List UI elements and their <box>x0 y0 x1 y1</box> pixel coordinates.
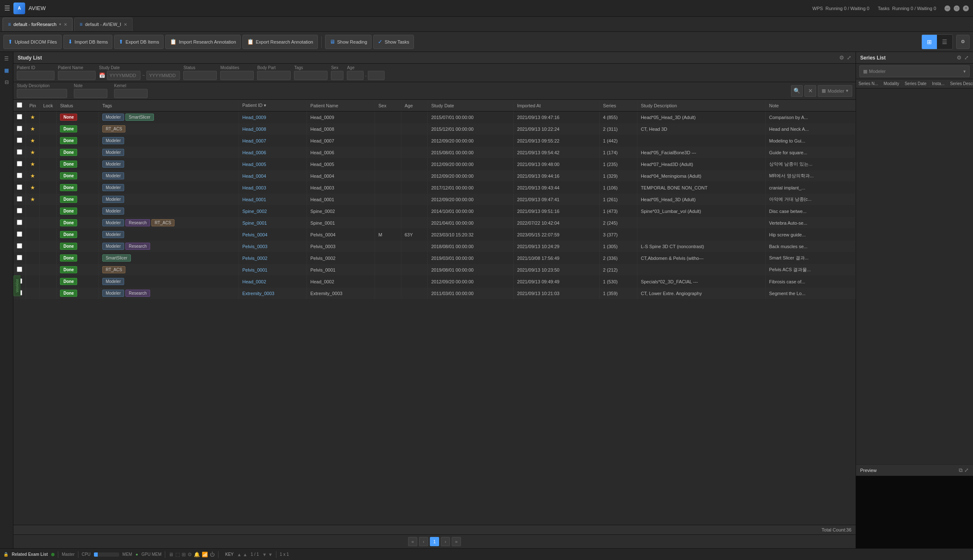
modeler-dropdown[interactable]: ▦ Modeler ▾ <box>818 85 852 97</box>
row-checkbox[interactable] <box>17 255 22 260</box>
close-button[interactable]: ✕ <box>963 5 969 11</box>
table-row[interactable]: Done SmartSlicer Pelvis_0002 Pelvis_0002… <box>13 252 856 264</box>
tab-close-2[interactable]: ✕ <box>124 22 127 27</box>
table-row[interactable]: ★ Done Modeler Head_0005 Head_0005 2012/… <box>13 158 856 170</box>
sidebar-icon-nav[interactable]: ☰ <box>2 54 12 64</box>
tab-for-research[interactable]: ≡ default - forResearch ▾ ✕ <box>3 18 73 31</box>
table-row[interactable]: Done Modeler Head_0002 Head_0002 2012/09… <box>13 276 856 288</box>
row-checkbox[interactable] <box>17 149 22 155</box>
patient-id-input[interactable] <box>17 71 55 80</box>
settings2-icon[interactable]: ⚙ <box>187 552 192 557</box>
menu-icon[interactable]: ☰ <box>4 4 10 12</box>
show-tasks-button[interactable]: ✓ Show Tasks <box>373 35 414 49</box>
row-checkbox[interactable] <box>17 114 22 119</box>
row-checkbox[interactable] <box>17 208 22 213</box>
table-row[interactable]: Done RT_ACS Pelvis_0001 Pelvis_0001 2019… <box>13 264 856 276</box>
pin-star-icon[interactable]: ★ <box>30 184 35 191</box>
row-checkbox-cell[interactable] <box>13 229 26 241</box>
preview-copy-icon[interactable]: ⧉ <box>959 467 963 474</box>
export-research-button[interactable]: 📋 Export Research Annotation <box>242 35 318 49</box>
table-row[interactable]: Done ModelerResearch Extremity_0003 Extr… <box>13 288 856 299</box>
table-row[interactable]: Done Modeler Spine_0002 Spine_0002 2014/… <box>13 205 856 217</box>
select-all-checkbox[interactable] <box>17 102 22 108</box>
row-checkbox[interactable] <box>17 267 22 272</box>
minimize-button[interactable]: — <box>944 5 950 11</box>
col-sex[interactable]: Sex <box>375 100 401 111</box>
row-checkbox-cell[interactable] <box>13 147 26 158</box>
row-checkbox[interactable] <box>17 184 22 190</box>
row-checkbox-cell[interactable] <box>13 170 26 182</box>
col-note[interactable]: Note <box>765 100 855 111</box>
pin-star-icon[interactable]: ★ <box>30 161 35 167</box>
col-checkbox[interactable] <box>13 100 26 111</box>
status-select[interactable] <box>183 71 217 80</box>
tab-dropdown-1[interactable]: ▾ <box>59 22 61 26</box>
import-research-button[interactable]: 📋 Import Research Annotation <box>165 35 240 49</box>
series-col-instances[interactable]: Insta... <box>929 79 947 88</box>
series-col-modality[interactable]: Modality <box>881 79 902 88</box>
page-prev-button[interactable]: ‹ <box>419 537 428 546</box>
row-checkbox[interactable] <box>17 196 22 202</box>
table-row[interactable]: ★ Done Modeler Head_0006 Head_0006 2015/… <box>13 147 856 158</box>
page-last-button[interactable]: » <box>452 537 461 546</box>
series-modeler-dropdown[interactable]: ▦ Modeler ▾ <box>859 65 970 77</box>
col-study-desc[interactable]: Study Description <box>637 100 765 111</box>
pin-star-icon[interactable]: ★ <box>30 149 35 156</box>
row-checkbox[interactable] <box>17 173 22 178</box>
pin-star-icon[interactable]: ★ <box>30 114 35 120</box>
row-checkbox-cell[interactable] <box>13 135 26 147</box>
row-checkbox-cell[interactable] <box>13 194 26 205</box>
row-checkbox[interactable] <box>17 231 22 237</box>
table-row[interactable]: ★ Done RT_ACS Head_0008 Head_0008 2015/1… <box>13 123 856 135</box>
upload-dicom-button[interactable]: ⬆ Upload DICOM Files <box>3 35 62 49</box>
series-col-num[interactable]: Series N... <box>856 79 881 88</box>
show-reading-button[interactable]: 🖥 Show Reading <box>325 35 372 49</box>
table-row[interactable]: Done ModelerResearchRT_ACS Spine_0001 Sp… <box>13 217 856 229</box>
key-down-icon[interactable]: ▼ <box>262 552 267 557</box>
row-checkbox-cell[interactable] <box>13 123 26 135</box>
maximize-button[interactable]: □ <box>954 5 960 11</box>
page-next-button[interactable]: › <box>441 537 450 546</box>
table-row[interactable]: Done Modeler Pelvis_0004 Pelvis_0004 M 6… <box>13 229 856 241</box>
study-list-settings-icon[interactable]: ⚙ <box>839 54 844 61</box>
series-col-desc[interactable]: Series Descripti... <box>947 79 973 88</box>
table-row[interactable]: ★ Done Modeler Head_0003 Head_0003 2017/… <box>13 182 856 194</box>
patient-name-input[interactable] <box>58 71 96 80</box>
col-study-date[interactable]: Study Date <box>428 100 514 111</box>
row-checkbox-cell[interactable] <box>13 241 26 252</box>
table-row[interactable]: Done ModelerResearch Pelvis_0003 Pelvis_… <box>13 241 856 252</box>
study-list-expand-icon[interactable]: ⤢ <box>847 54 851 61</box>
row-checkbox-cell[interactable] <box>13 182 26 194</box>
age-to-input[interactable] <box>368 71 385 80</box>
key-up2-icon[interactable]: ▲ <box>243 552 247 557</box>
col-patient-id[interactable]: Patient ID ▾ <box>239 100 307 111</box>
col-series[interactable]: Series <box>599 100 637 111</box>
series-list-settings-icon[interactable]: ⚙ <box>957 54 962 61</box>
sidebar-icon-list[interactable]: ▦ <box>2 65 12 75</box>
related-exam-lock-icon[interactable]: 🔒 <box>3 552 8 557</box>
row-checkbox-cell[interactable] <box>13 111 26 123</box>
sidebar-icon-grid[interactable]: ⊟ <box>2 77 12 87</box>
col-status[interactable]: Status <box>57 100 99 111</box>
date-to-input[interactable] <box>146 71 180 80</box>
key-up-icon[interactable]: ▲ <box>237 552 242 557</box>
tags-select[interactable] <box>294 71 328 80</box>
study-desc-input[interactable] <box>17 89 67 98</box>
table-row[interactable]: ★ Done Modeler Head_0007 Head_0007 2012/… <box>13 135 856 147</box>
row-checkbox[interactable] <box>17 243 22 249</box>
preview-expand-icon[interactable]: ⤢ <box>964 467 969 474</box>
kernel-input[interactable] <box>114 89 148 98</box>
pin-star-icon[interactable]: ★ <box>30 137 35 144</box>
row-checkbox[interactable] <box>17 220 22 225</box>
export-db-button[interactable]: ⬆ Export DB Items <box>114 35 164 49</box>
note-input[interactable] <box>74 89 107 98</box>
sex-input[interactable] <box>331 71 343 80</box>
tab-aview-i[interactable]: ≡ default - AVIEW_I ✕ <box>74 18 133 31</box>
worklist-tab[interactable]: Worklist <box>13 275 21 296</box>
row-checkbox[interactable] <box>17 126 22 131</box>
pin-star-icon[interactable]: ★ <box>30 196 35 202</box>
search-button[interactable]: 🔍 <box>791 85 803 97</box>
row-checkbox-cell[interactable] <box>13 252 26 264</box>
page-first-button[interactable]: « <box>408 537 417 546</box>
row-checkbox[interactable] <box>17 161 22 166</box>
